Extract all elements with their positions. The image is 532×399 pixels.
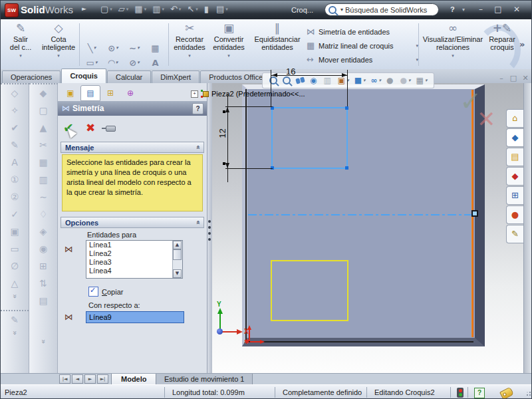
task-pane-strip[interactable]: [523, 83, 532, 373]
smart-dimension-button[interactable]: ◇ Cota inteligente ▾: [39, 21, 78, 67]
dropdown-caret-icon[interactable]: ▾: [227, 53, 230, 59]
toolbar-icon[interactable]: ♢: [29, 205, 57, 223]
toolbar-icon[interactable]: ⊞: [29, 257, 57, 275]
toolbar-icon[interactable]: ◉: [29, 240, 57, 257]
file-explorer-tab-icon[interactable]: ▤: [506, 148, 523, 166]
command-tab[interactable]: Productos Office: [200, 70, 271, 83]
command-options-icon[interactable]: ▤▾: [216, 4, 228, 14]
dim12-extension-line-bottom[interactable]: [225, 168, 273, 169]
toolbar-icon[interactable]: ▣: [1, 223, 29, 240]
toolbar-more-icon[interactable]: »: [11, 283, 19, 311]
motion-study-tab[interactable]: Estudio de movimiento 1: [156, 374, 253, 385]
display-delete-relations-button[interactable]: ∞ Visualizar/Eliminar relaciones ▾: [421, 21, 485, 67]
tree-root-label[interactable]: Pieza2 (Predeterminado<<...: [211, 90, 305, 98]
hide-show-items-icon[interactable]: ∞▾: [371, 76, 382, 85]
toolbar-icon[interactable]: ▥: [29, 171, 57, 188]
quick-tips-help-icon[interactable]: ?: [474, 388, 485, 398]
spline-icon[interactable]: ∼▾: [124, 41, 145, 55]
shadows-icon[interactable]: ●: [386, 76, 394, 85]
toolbar-icon[interactable]: ∼: [29, 188, 57, 205]
dropdown-caret-icon[interactable]: ▾: [188, 53, 191, 59]
command-tab[interactable]: Operaciones: [2, 70, 61, 83]
scroll-up-icon[interactable]: ▲: [173, 241, 182, 249]
new-icon[interactable]: ▢▾: [100, 4, 112, 14]
section-view-icon[interactable]: ▥: [323, 76, 332, 85]
display-style-icon[interactable]: ■▾: [354, 76, 366, 85]
minimize-button[interactable]: –: [474, 5, 487, 15]
options-group-header[interactable]: Opciones »: [61, 217, 204, 228]
entity-list-item[interactable]: Línea2: [86, 249, 173, 258]
toolbar-icon[interactable]: ◇: [1, 84, 29, 102]
dim-grip[interactable]: [223, 162, 225, 165]
splitter-grip[interactable]: [208, 220, 211, 223]
menu-expand-icon[interactable]: ►: [82, 5, 86, 12]
text-icon[interactable]: A: [145, 55, 166, 70]
collapse-chevron-icon[interactable]: »: [194, 145, 201, 149]
design-library-tab-icon[interactable]: ◆: [506, 128, 523, 147]
quick-tips-traffic-light-icon[interactable]: [457, 388, 464, 398]
vertex-handle[interactable]: [345, 166, 348, 170]
maximize-button[interactable]: □: [491, 5, 505, 15]
tab-nav-button[interactable]: |◄: [59, 374, 70, 384]
toolbar-icon[interactable]: ◆: [29, 84, 57, 102]
configurationmanager-tab-icon[interactable]: ⊞: [100, 85, 120, 101]
copy-checkbox[interactable]: ✓: [88, 287, 98, 297]
toolbar-slider-icon[interactable]: ▮: [204, 4, 210, 14]
tree-expand-icon[interactable]: +: [191, 90, 198, 98]
dimension-value-16[interactable]: 16: [286, 66, 295, 76]
doc-minimize-button[interactable]: –: [495, 73, 507, 83]
dimension-value-12[interactable]: 12: [217, 128, 227, 138]
tab-nav-button[interactable]: ►|: [97, 374, 108, 384]
toolbar-more-icon[interactable]: »: [11, 319, 19, 347]
linear-sketch-pattern-button[interactable]: ▦ Matriz lineal de croquis ▾: [307, 39, 418, 53]
convert-entities-button[interactable]: ▣ Convertir entidades ▾: [209, 21, 248, 67]
offset-entities-button[interactable]: ∥ Equidistanciar entidades: [249, 21, 305, 67]
model-tab[interactable]: Modelo: [111, 374, 157, 385]
vertex-handle[interactable]: [345, 106, 348, 110]
dropdown-caret-icon[interactable]: ▾: [452, 53, 454, 59]
mirror-centerline[interactable]: [248, 214, 477, 215]
move-entities-button[interactable]: ↔ Mover entidades ▾: [307, 53, 418, 66]
discard-sketch-icon[interactable]: ✕: [477, 106, 496, 132]
collapse-chevron-icon[interactable]: »: [194, 220, 201, 224]
doc-close-button[interactable]: ✕: [519, 73, 531, 83]
dim12-extension-line-top[interactable]: [225, 106, 273, 107]
toolbar-icon[interactable]: ✎: [1, 136, 29, 154]
scroll-down-icon[interactable]: ▼: [173, 269, 182, 278]
command-tab[interactable]: Calcular: [107, 70, 151, 83]
toolbar-icon[interactable]: ▤: [29, 292, 57, 309]
toolbar-icon[interactable]: ▭: [1, 240, 29, 257]
dim16-dimension-line[interactable]: [271, 75, 348, 76]
close-button[interactable]: ✕: [510, 5, 523, 15]
magnify-selection-icon[interactable]: [295, 76, 305, 84]
open-icon[interactable]: ▱▾: [118, 4, 129, 14]
toolbar-icon[interactable]: ▦: [29, 154, 57, 171]
zoom-area-icon[interactable]: [283, 76, 291, 84]
dim-grip[interactable]: [223, 110, 225, 113]
toolbar-icon[interactable]: ②: [1, 188, 29, 205]
search-caret-icon[interactable]: ▾: [340, 7, 343, 13]
copy-option[interactable]: ✓ Copiar: [88, 287, 123, 297]
dropdown-caret-icon[interactable]: ▾: [19, 53, 22, 59]
entities-listbox[interactable]: Línea1Línea2Línea3Línea4 ▲ ▼: [86, 240, 183, 279]
doc-restore-button[interactable]: □: [507, 73, 519, 83]
toolbar-icon[interactable]: ①: [1, 171, 29, 188]
ellipse-icon[interactable]: ⊘▾: [124, 55, 145, 70]
undo-icon[interactable]: ↶▾: [170, 4, 181, 14]
entity-list-item[interactable]: Línea1: [86, 241, 173, 249]
save-icon[interactable]: ▦▾: [134, 4, 146, 14]
sketch-bottom-edge[interactable]: [245, 341, 473, 342]
arc-icon[interactable]: ◠▾: [102, 55, 124, 70]
ribbon-overflow-button[interactable]: »: [519, 39, 525, 49]
graphics-viewport[interactable]: 12 ✓ ✕ Y X ✱: [212, 83, 523, 373]
circle-icon[interactable]: ⊙▾: [102, 41, 124, 55]
message-group-header[interactable]: Mensaje »: [61, 142, 204, 153]
dropdown-caret-icon[interactable]: ▾: [57, 53, 60, 59]
rectangle-icon[interactable]: ▭▾: [81, 55, 102, 70]
dimxpertmanager-tab-icon[interactable]: ⊕: [120, 85, 140, 101]
listbox-scrollbar[interactable]: ▲ ▼: [172, 241, 182, 278]
pin-icon[interactable]: [106, 126, 116, 132]
toolbox-tab-icon[interactable]: ◆: [506, 167, 523, 186]
search-input[interactable]: Búsqueda de SolidWorks: [345, 6, 427, 14]
sketch-left-edge[interactable]: [245, 89, 247, 342]
